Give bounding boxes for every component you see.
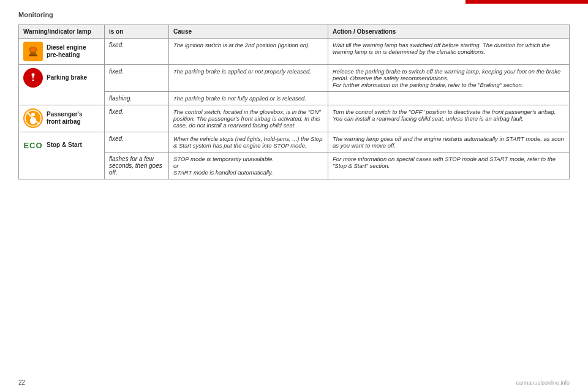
svg-point-9: [31, 113, 35, 116]
eco-lamp-label: Stop & Start: [47, 141, 82, 149]
col-header-action: Action / Observations: [328, 25, 570, 39]
page-number: 22: [18, 379, 25, 386]
col-header-cause: Cause: [169, 25, 328, 39]
eco-cause-1: When the vehicle stops (red lights, hold…: [169, 132, 328, 153]
airbag-ison: fixed.: [105, 105, 169, 132]
eco-ison-2: flashes for a few seconds, then goes off…: [105, 153, 169, 179]
airbag-action: Turn the control switch to the "OFF" pos…: [328, 105, 570, 132]
lamp-cell-parking: ! Parking brake: [19, 65, 105, 105]
parking-action-1: Release the parking brake to switch off …: [328, 65, 570, 92]
table-row: ! Parking brake fixed. The parking brake…: [19, 65, 570, 92]
eco-cause-2: STOP mode is temporarily unavailable.orS…: [169, 153, 328, 179]
lamp-cell-eco: ECO Stop & Start: [19, 132, 105, 179]
table-row: ECO Stop & Start fixed. When the vehicle…: [19, 132, 570, 153]
svg-point-7: [32, 74, 35, 77]
watermark: carmanualsonline.info: [516, 380, 570, 386]
svg-point-2: [31, 48, 36, 51]
lamp-cell-diesel: Diesel enginepre-heating: [19, 39, 105, 65]
col-header-ison: is on: [105, 25, 169, 39]
parking-ison-2: flashing.: [105, 92, 169, 105]
parking-cause-1: The parking brake is applied or not prop…: [169, 65, 328, 92]
airbag-icon: [23, 108, 43, 128]
table-row: Diesel enginepre-heating fixed. The igni…: [19, 39, 570, 65]
page: Monitoring Warning/indicator lamp is on …: [0, 0, 588, 392]
col-header-lamp: Warning/indicator lamp: [19, 25, 105, 39]
table-header-row: Warning/indicator lamp is on Cause Actio…: [19, 25, 570, 39]
airbag-cause: The control switch, located in the glove…: [169, 105, 328, 132]
diesel-lamp-label: Diesel enginepre-heating: [47, 44, 86, 59]
table-row: Passenger'sfront airbag fixed. The contr…: [19, 105, 570, 132]
eco-action-1: The warning lamp goes off and the engine…: [328, 132, 570, 153]
diesel-action: Wait till the warning lamp has switched …: [328, 39, 570, 65]
main-table: Warning/indicator lamp is on Cause Actio…: [18, 24, 570, 179]
parking-lamp-label: Parking brake: [47, 74, 87, 81]
page-title: Monitoring: [18, 11, 570, 18]
diesel-cause: The ignition switch is at the 2nd positi…: [169, 39, 328, 65]
parking-ison-1: fixed.: [105, 65, 169, 92]
parking-icon: !: [23, 68, 43, 88]
eco-action-2: For more information on special cases wi…: [328, 153, 570, 179]
diesel-ison: fixed.: [105, 39, 169, 65]
diesel-icon: [23, 42, 43, 61]
svg-rect-4: [29, 55, 37, 56]
red-bar: [466, 0, 588, 4]
lamp-cell-airbag: Passenger'sfront airbag: [19, 105, 105, 132]
eco-ison-1: fixed.: [105, 132, 169, 153]
parking-action-2: [328, 92, 570, 105]
airbag-lamp-label: Passenger'sfront airbag: [47, 111, 83, 126]
parking-cause-2: The parking brake is not fully applied o…: [169, 92, 328, 105]
eco-icon: ECO: [23, 135, 43, 155]
